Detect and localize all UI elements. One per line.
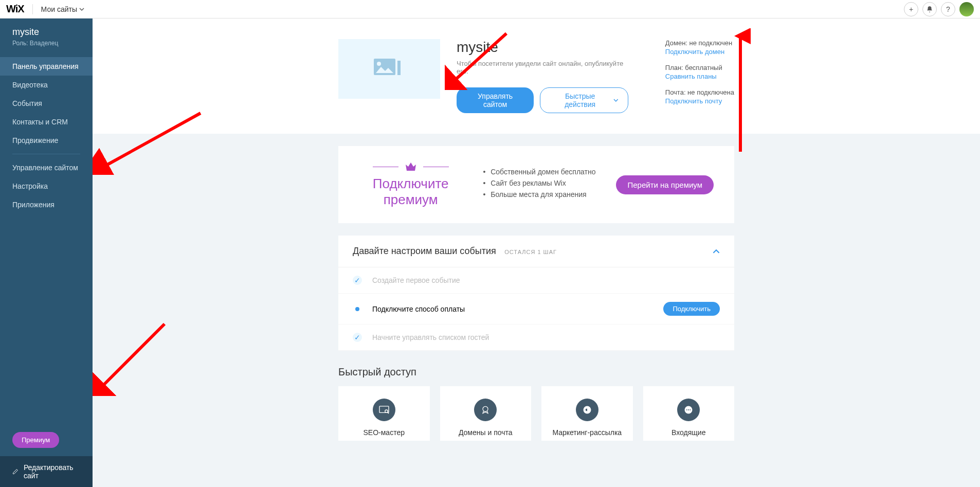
site-role: Роль: Владелец [12, 40, 80, 47]
setup-step-3[interactable]: ✓ Начните управлять списком гостей [338, 324, 734, 351]
premium-title: Подключите премиум [359, 176, 462, 208]
my-sites-dropdown[interactable]: Мои сайты [41, 5, 84, 13]
image-placeholder-icon [374, 59, 405, 79]
hero-subtitle: Чтобы посетители увидели сайт онлайн, оп… [457, 60, 628, 75]
setup-step-1[interactable]: ✓ Создайте первое событие [338, 267, 734, 294]
setup-header[interactable]: Давайте настроим ваши события ОСТАЛСЯ 1 … [338, 236, 734, 267]
crown-icon [405, 161, 417, 172]
quick-card-inbox[interactable]: Входящие [643, 386, 735, 441]
wix-logo[interactable]: WiX [6, 3, 24, 15]
quick-actions-button[interactable]: Быстрые действия [540, 87, 628, 113]
premium-button[interactable]: Премиум [12, 432, 59, 448]
svg-point-11 [690, 409, 691, 410]
nav-promotion[interactable]: Продвижение [0, 131, 93, 150]
premium-banner: Подключите премиум Собственный домен бес… [338, 146, 734, 223]
nav-settings[interactable]: Настройка [0, 177, 93, 195]
svg-rect-2 [397, 61, 401, 75]
site-name: mysite [12, 27, 80, 38]
chat-icon [677, 399, 700, 421]
avatar[interactable] [959, 2, 974, 16]
hero-title: mysite [457, 39, 628, 56]
nav-apps[interactable]: Приложения [0, 195, 93, 214]
setup-card: Давайте настроим ваши события ОСТАЛСЯ 1 … [338, 236, 734, 351]
quick-card-marketing[interactable]: Маркетинг-рассылка [541, 386, 633, 441]
quick-access-title: Быстрый доступ [338, 366, 734, 378]
sidebar: mysite Роль: Владелец Панель управления … [0, 19, 93, 487]
main-content: mysite Чтобы посетители увидели сайт онл… [93, 19, 980, 487]
check-icon: ✓ [353, 276, 362, 285]
mail-status: Почта: не подключена [665, 88, 734, 96]
premium-benefits: Собственный домен бесплатно Сайт без рек… [483, 168, 595, 202]
nav-events[interactable]: События [0, 94, 93, 113]
topbar: WiX Мои сайты + ? [0, 0, 980, 19]
compare-plans-link[interactable]: Сравнить планы [665, 73, 734, 80]
notifications-icon[interactable] [922, 2, 937, 16]
svg-point-9 [686, 409, 687, 410]
seo-icon [373, 399, 395, 421]
nav-dashboard[interactable]: Панель управления [0, 57, 93, 76]
site-thumbnail[interactable] [338, 39, 440, 99]
go-premium-button[interactable]: Перейти на премиум [616, 175, 714, 194]
check-icon: ✓ [353, 333, 362, 342]
edit-site-button[interactable]: Редактировать сайт [0, 456, 93, 487]
chevron-down-icon [79, 7, 84, 12]
setup-step-2[interactable]: Подключите способ оплаты Подключить [338, 294, 734, 324]
quick-access-section: Быстрый доступ SEO-мастер Домены и почта [338, 366, 734, 441]
plan-status: План: бесплатный [665, 64, 734, 71]
connect-payment-button[interactable]: Подключить [663, 302, 720, 316]
nav-site-management[interactable]: Управление сайтом [0, 158, 93, 177]
hero-section: mysite Чтобы посетители увидели сайт онл… [93, 19, 980, 134]
my-sites-label: Мои сайты [41, 5, 77, 13]
help-icon[interactable]: ? [941, 2, 955, 16]
nav-contacts[interactable]: Контакты и CRM [0, 113, 93, 131]
add-button[interactable]: + [904, 2, 918, 16]
nav-video[interactable]: Видеотека [0, 76, 93, 94]
edit-site-label: Редактировать сайт [24, 463, 80, 480]
domain-status: Домен: не подключен [665, 39, 734, 47]
badge-icon [474, 399, 497, 421]
chevron-down-icon [613, 98, 619, 103]
setup-remaining: ОСТАЛСЯ 1 ШАГ [504, 249, 557, 255]
quick-card-seo[interactable]: SEO-мастер [338, 386, 430, 441]
setup-title: Давайте настроим ваши события [353, 246, 496, 256]
manage-site-button[interactable]: Управлять сайтом [457, 87, 534, 113]
svg-rect-3 [379, 406, 389, 413]
quick-card-domains[interactable]: Домены и почта [440, 386, 532, 441]
connect-mail-link[interactable]: Подключить почту [665, 97, 734, 105]
dot-icon [355, 307, 359, 311]
megaphone-icon [576, 399, 598, 421]
pencil-icon [12, 468, 19, 475]
svg-point-10 [688, 409, 689, 410]
svg-point-1 [377, 62, 381, 66]
connect-domain-link[interactable]: Подключить домен [665, 48, 734, 56]
chevron-up-icon [713, 248, 720, 255]
